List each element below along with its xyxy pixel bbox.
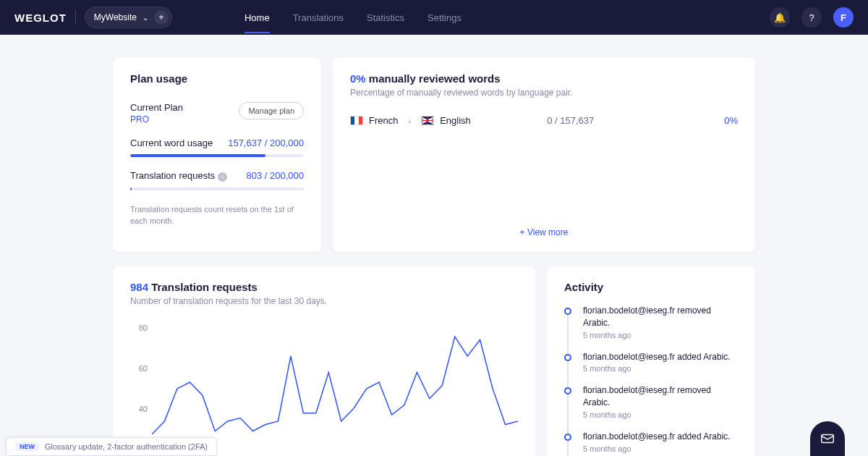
review-subtitle: Percentage of manually reviewed words by… [350, 88, 738, 98]
activity-time: 5 months ago [583, 331, 738, 339]
timeline-dot-icon [564, 354, 571, 361]
chart-area: 80 60 40 20 [130, 324, 518, 454]
req-label: Translation requestsi [130, 170, 227, 182]
header: WEGLOT MyWebsite ⌄ + Home Translations S… [0, 0, 868, 35]
activity-text: florian.bodelot@ieseg.fr removed Arabic. [583, 305, 738, 329]
avatar[interactable]: F [833, 7, 854, 28]
activity-item: florian.bodelot@ieseg.fr removed Arabic.… [564, 305, 738, 351]
lang-count: 0 / 157,637 [547, 115, 594, 126]
chevron-down-icon: ⌄ [142, 14, 148, 22]
activity-time: 5 months ago [583, 444, 731, 453]
word-progress [130, 154, 304, 157]
plan-note: Translation requests count resets on the… [130, 203, 304, 227]
y-axis-labels: 80 60 40 20 [130, 324, 148, 454]
nav-home[interactable]: Home [244, 2, 270, 33]
bell-icon[interactable]: 🔔 [770, 7, 790, 28]
timeline-dot-icon [564, 387, 571, 394]
activity-item: florian.bodelot@ieseg.fr added Arabic.5 … [564, 431, 738, 456]
line-chart [152, 324, 518, 454]
manage-plan-button[interactable]: Manage plan [239, 102, 304, 119]
help-icon[interactable]: ? [801, 7, 822, 28]
current-plan-value: PRO [130, 114, 183, 124]
header-right: 🔔 ? F [770, 7, 854, 28]
nav-statistics[interactable]: Statistics [367, 2, 404, 33]
chat-fab[interactable] [810, 421, 845, 456]
lang-from: French [369, 115, 398, 126]
arrow-right-icon: › [408, 117, 411, 125]
activity-text: florian.bodelot@ieseg.fr added Arabic. [583, 431, 731, 443]
nav-translations[interactable]: Translations [293, 2, 344, 33]
plan-usage-card: Plan usage Current Plan PRO Manage plan … [113, 58, 321, 252]
view-more-link[interactable]: + View more [350, 227, 738, 237]
new-badge: NEW [15, 442, 39, 451]
divider [75, 10, 76, 25]
activity-title: Activity [564, 281, 738, 293]
lang-to: English [440, 115, 471, 126]
logo: WEGLOT [14, 12, 67, 24]
france-flag-icon [350, 116, 363, 125]
toast-notification[interactable]: NEW Glossary update, 2-factor authentica… [6, 437, 217, 456]
svg-rect-0 [822, 435, 834, 443]
activity-item: florian.bodelot@ieseg.fr removed Arabic.… [564, 384, 738, 431]
review-card: 0% manually reviewed words Percentage of… [333, 58, 755, 252]
activity-item: florian.bodelot@ieseg.fr added Arabic.5 … [564, 351, 738, 385]
site-selector[interactable]: MyWebsite ⌄ + [85, 7, 172, 28]
activity-card: Activity florian.bodelot@ieseg.fr remove… [547, 266, 755, 456]
chart-subtitle: Number of translation requests for the l… [130, 296, 518, 306]
word-usage-label: Current word usage [130, 138, 213, 148]
add-site-button[interactable]: + [154, 10, 169, 25]
req-progress [130, 187, 304, 190]
activity-time: 5 months ago [583, 364, 731, 373]
activity-text: florian.bodelot@ieseg.fr removed Arabic. [583, 384, 738, 409]
nav: Home Translations Statistics Settings [244, 2, 461, 33]
toast-text: Glossary update, 2-factor authentication… [45, 442, 208, 451]
info-icon[interactable]: i [218, 172, 227, 182]
word-usage-value: 157,637 / 200,000 [228, 138, 304, 148]
mail-icon [820, 431, 835, 447]
uk-flag-icon [421, 116, 434, 125]
chart-title: 984 Translation requests [130, 281, 518, 293]
language-pair-row[interactable]: French › English 0 / 157,637 0% [350, 115, 738, 126]
activity-time: 5 months ago [583, 410, 738, 419]
timeline-dot-icon [564, 308, 571, 315]
activity-list: florian.bodelot@ieseg.fr removed Arabic.… [564, 305, 738, 456]
chart-card: 984 Translation requests Number of trans… [113, 266, 535, 456]
req-value: 803 / 200,000 [246, 170, 304, 182]
site-name: MyWebsite [94, 12, 137, 22]
plan-title: Plan usage [130, 72, 304, 85]
activity-text: florian.bodelot@ieseg.fr added Arabic. [583, 351, 731, 363]
review-title: 0% manually reviewed words [350, 72, 738, 85]
nav-settings[interactable]: Settings [427, 2, 461, 33]
lang-pct: 0% [724, 115, 738, 126]
current-plan-label: Current Plan [130, 102, 183, 113]
timeline-dot-icon [564, 434, 571, 441]
